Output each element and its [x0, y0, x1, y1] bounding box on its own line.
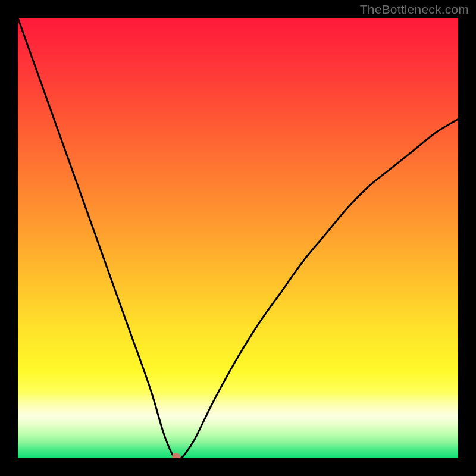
- watermark-text: TheBottleneck.com: [360, 2, 469, 17]
- chart-marker-dot: [172, 453, 180, 458]
- chart-curve: [18, 18, 458, 458]
- chart-plot-area: [18, 18, 458, 458]
